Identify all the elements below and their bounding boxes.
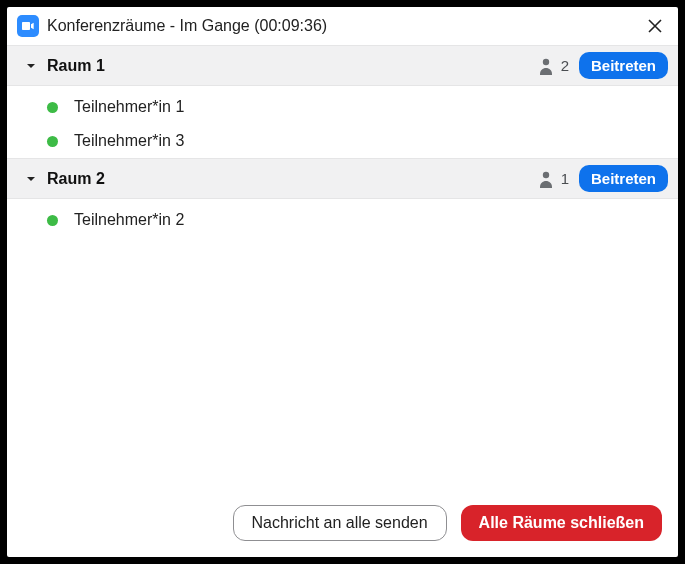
- close-all-rooms-button[interactable]: Alle Räume schließen: [461, 505, 662, 541]
- rooms-list: Raum 1 2 Beitreten Teilnehmer*in 1 Teiln…: [7, 45, 678, 491]
- caret-down-icon: [25, 60, 37, 72]
- caret-down-icon: [25, 173, 37, 185]
- room-name: Raum 2: [43, 170, 532, 188]
- close-button[interactable]: [644, 15, 666, 37]
- participant-row[interactable]: Teilnehmer*in 3: [7, 124, 678, 158]
- room-header[interactable]: Raum 1 2 Beitreten: [7, 45, 678, 86]
- room-name: Raum 1: [43, 57, 532, 75]
- footer: Nachricht an alle senden Alle Räume schl…: [7, 491, 678, 557]
- person-icon: [538, 57, 554, 75]
- status-online-icon: [47, 136, 58, 147]
- room-header[interactable]: Raum 2 1 Beitreten: [7, 158, 678, 199]
- join-room-button[interactable]: Beitreten: [579, 165, 668, 192]
- svg-point-0: [542, 58, 548, 64]
- person-icon: [538, 170, 554, 188]
- message-all-button[interactable]: Nachricht an alle senden: [233, 505, 447, 541]
- zoom-app-icon: [17, 15, 39, 37]
- status-online-icon: [47, 215, 58, 226]
- room-participant-count: 1: [561, 170, 569, 187]
- svg-point-1: [542, 171, 548, 177]
- join-room-button[interactable]: Beitreten: [579, 52, 668, 79]
- breakout-rooms-window: Konferenzräume - Im Gange (00:09:36) Rau…: [7, 7, 678, 557]
- titlebar: Konferenzräume - Im Gange (00:09:36): [7, 7, 678, 45]
- room-participant-count: 2: [561, 57, 569, 74]
- status-online-icon: [47, 102, 58, 113]
- participant-row[interactable]: Teilnehmer*in 1: [7, 90, 678, 124]
- window-title: Konferenzräume - Im Gange (00:09:36): [47, 17, 636, 35]
- participant-name: Teilnehmer*in 1: [74, 98, 184, 116]
- participant-name: Teilnehmer*in 2: [74, 211, 184, 229]
- participant-name: Teilnehmer*in 3: [74, 132, 184, 150]
- participant-row[interactable]: Teilnehmer*in 2: [7, 203, 678, 237]
